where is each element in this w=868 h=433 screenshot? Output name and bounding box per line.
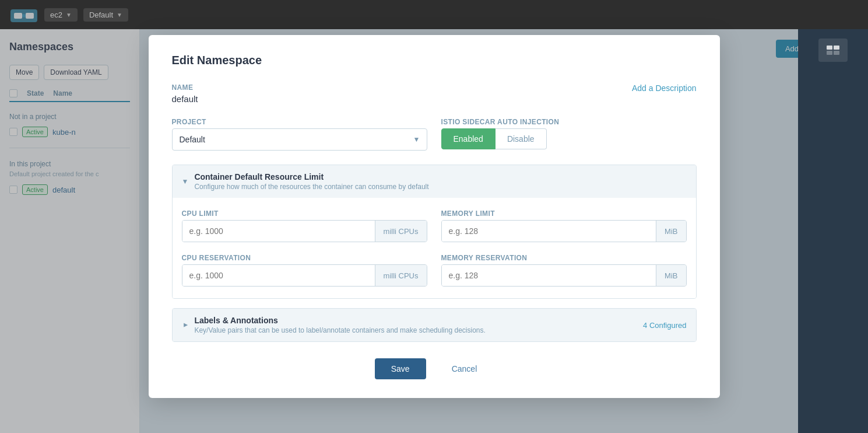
project-select-wrapper: Default System Local ▼: [172, 128, 427, 151]
cpu-reservation-label: CPU Reservation: [182, 254, 427, 262]
cpu-limit-input-group: milli CPUs: [182, 220, 427, 242]
memory-reservation-label: Memory Reservation: [441, 254, 687, 262]
memory-limit-input-group: MiB: [441, 220, 687, 242]
section-header-inner: Container Default Resource Limit Configu…: [194, 172, 428, 191]
container-section-subtitle: Configure how much of the resources the …: [194, 183, 428, 191]
svg-rect-6: [827, 51, 832, 55]
cpu-limit-field: CPU Limit milli CPUs: [182, 209, 427, 242]
project-label: Project: [172, 118, 427, 126]
svg-rect-4: [827, 46, 832, 50]
container-section-body: CPU Limit milli CPUs Memory Limit MiB: [173, 198, 696, 298]
labels-annotations-section: ▼ Labels & Annotations Key/Value pairs t…: [172, 308, 697, 342]
container-resource-section: ▼ Container Default Resource Limit Confi…: [172, 165, 697, 299]
cpu-reservation-input[interactable]: [182, 265, 375, 286]
section-arrow-icon: ▼: [182, 177, 189, 186]
name-value: default: [172, 94, 198, 104]
memory-limit-unit: MiB: [656, 221, 686, 242]
istio-toggle-group: Enabled Disable: [441, 128, 697, 149]
cpu-reservation-input-group: milli CPUs: [182, 264, 427, 287]
labels-section-title: Labels & Annotations: [194, 316, 485, 325]
edit-namespace-modal: Edit Namespace Name default Add a Descri…: [149, 35, 720, 398]
project-istio-row: Project Default System Local ▼ Istio sid…: [172, 118, 697, 151]
memory-limit-input[interactable]: [442, 221, 656, 242]
cpu-memory-limit-row: CPU Limit milli CPUs Memory Limit MiB: [182, 209, 687, 242]
memory-limit-label: Memory Limit: [441, 209, 687, 218]
memory-reservation-unit: MiB: [656, 265, 686, 286]
svg-rect-5: [834, 46, 839, 50]
memory-reservation-input-group: MiB: [441, 264, 687, 287]
istio-enabled-button[interactable]: Enabled: [441, 128, 496, 149]
cpu-limit-unit: milli CPUs: [375, 221, 427, 242]
modal-footer: Save Cancel: [172, 358, 697, 379]
modal-overlay: Edit Namespace Name default Add a Descri…: [0, 0, 868, 433]
labels-annotations-header[interactable]: ▼ Labels & Annotations Key/Value pairs t…: [173, 309, 696, 341]
cpu-reservation-field: CPU Reservation milli CPUs: [182, 254, 427, 287]
labels-header-inner: Labels & Annotations Key/Value pairs tha…: [194, 316, 485, 334]
istio-field: Istio sidecar auto injection Enabled Dis…: [441, 118, 697, 149]
rp-icon-1[interactable]: [818, 39, 848, 62]
container-section-title: Container Default Resource Limit: [194, 172, 428, 181]
grid-icon: [826, 45, 840, 55]
cpu-memory-reservation-row: CPU Reservation milli CPUs Memory Reserv…: [182, 254, 687, 287]
labels-section-subtitle: Key/Value pairs that can be used to labe…: [194, 326, 485, 334]
name-row: Name default Add a Description: [172, 83, 697, 104]
container-resource-header[interactable]: ▼ Container Default Resource Limit Confi…: [173, 165, 696, 198]
add-description-link[interactable]: Add a Description: [632, 83, 697, 93]
istio-disable-button[interactable]: Disable: [496, 128, 547, 149]
memory-limit-field: Memory Limit MiB: [441, 209, 687, 242]
cpu-reservation-unit: milli CPUs: [375, 265, 427, 286]
cancel-button[interactable]: Cancel: [435, 358, 494, 379]
labels-header-with-badge: Labels & Annotations Key/Value pairs tha…: [194, 316, 686, 334]
cpu-limit-label: CPU Limit: [182, 209, 427, 218]
right-panel: [798, 29, 868, 433]
configured-count-badge: 4 Configured: [643, 321, 686, 330]
istio-label: Istio sidecar auto injection: [441, 118, 697, 126]
memory-reservation-field: Memory Reservation MiB: [441, 254, 687, 287]
memory-reservation-input[interactable]: [442, 265, 656, 286]
svg-rect-7: [834, 51, 839, 55]
project-select[interactable]: Default System Local: [172, 128, 427, 151]
right-panel-icons: [798, 29, 868, 71]
labels-section-arrow-icon: ▼: [181, 322, 189, 329]
name-label: Name: [172, 83, 198, 92]
cpu-limit-input[interactable]: [182, 221, 375, 242]
project-field: Project Default System Local ▼: [172, 118, 427, 151]
save-button[interactable]: Save: [375, 358, 426, 379]
modal-title: Edit Namespace: [172, 54, 697, 67]
